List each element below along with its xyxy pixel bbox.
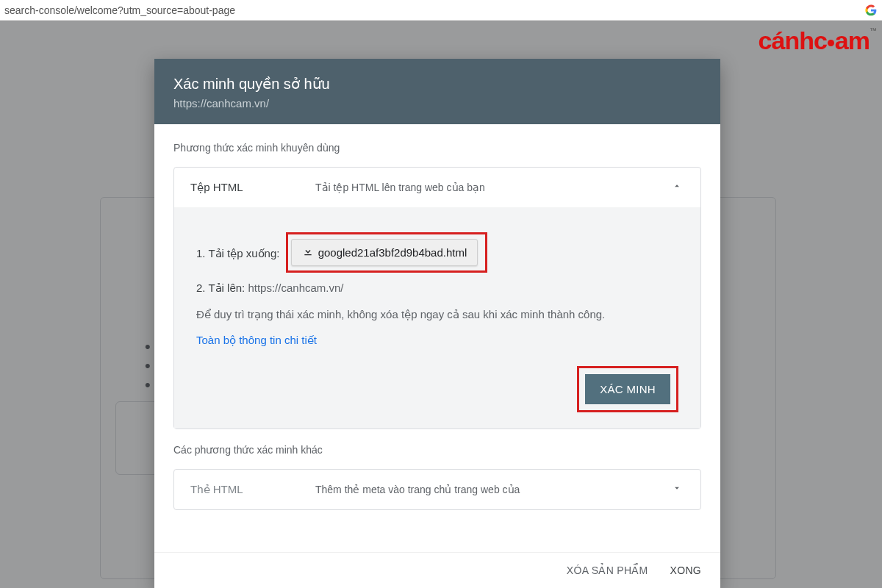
step-1: 1. Tải tệp xuống: googled21af3bf2d9b4bad… (196, 232, 678, 273)
dialog-title: Xác minh quyền sở hữu (173, 75, 701, 93)
html-file-panel-content: 1. Tải tệp xuống: googled21af3bf2d9b4bad… (174, 207, 700, 429)
verification-note: Để duy trì trạng thái xác minh, không xó… (196, 306, 678, 323)
panel-description: Tải tệp HTML lên trang web của bạn (315, 182, 670, 193)
download-icon (302, 245, 314, 259)
dialog-subtitle: https://canhcam.vn/ (173, 97, 701, 110)
dialog-body[interactable]: Phương thức xác minh khuyên dùng Tệp HTM… (154, 124, 720, 552)
html-file-panel-header[interactable]: Tệp HTML Tải tệp HTML lên trang web của … (174, 168, 700, 207)
dialog-footer: XÓA SẢN PHẨM XONG (154, 552, 720, 588)
google-favicon (864, 4, 878, 17)
remove-product-button[interactable]: XÓA SẢN PHẨM (567, 564, 648, 576)
step-2-label: 2. Tải lên: (196, 282, 245, 294)
recommended-methods-label: Phương thức xác minh khuyên dùng (173, 142, 701, 154)
dialog-header: Xác minh quyền sở hữu https://canhcam.vn… (154, 59, 720, 124)
panel-name: Tệp HTML (190, 181, 315, 194)
done-button[interactable]: XONG (670, 564, 701, 576)
download-file-name: googled21af3bf2d9b4bad.html (318, 246, 467, 259)
html-tag-panel: Thẻ HTML Thêm thẻ meta vào trang chủ tra… (173, 469, 701, 510)
full-details-link[interactable]: Toàn bộ thông tin chi tiết (196, 334, 678, 347)
html-tag-panel-header[interactable]: Thẻ HTML Thêm thẻ meta vào trang chủ tra… (174, 470, 700, 509)
watermark-logo: cánhcam™ (759, 26, 876, 55)
step-2: 2. Tải lên: https://canhcam.vn/ (196, 282, 678, 295)
chevron-up-icon (670, 181, 684, 194)
step-2-url: https://canhcam.vn/ (248, 282, 343, 294)
download-highlight-box: googled21af3bf2d9b4bad.html (286, 232, 488, 273)
step-1-label: 1. Tải tệp xuống: (196, 247, 279, 259)
browser-address-bar[interactable]: search-console/welcome?utm_source=about-… (0, 0, 882, 21)
verify-button[interactable]: XÁC MINH (585, 374, 670, 404)
html-file-panel: Tệp HTML Tải tệp HTML lên trang web của … (173, 167, 701, 429)
verify-ownership-dialog: Xác minh quyền sở hữu https://canhcam.vn… (154, 59, 720, 588)
panel-name: Thẻ HTML (190, 483, 315, 496)
verify-highlight-box: XÁC MINH (577, 366, 678, 412)
chevron-down-icon (670, 483, 684, 496)
download-file-button[interactable]: googled21af3bf2d9b4bad.html (291, 239, 478, 266)
other-methods-label: Các phương thức xác minh khác (173, 444, 701, 456)
url-text: search-console/welcome?utm_source=about-… (4, 0, 235, 21)
panel-description: Thêm thẻ meta vào trang chủ trang web củ… (315, 484, 670, 495)
